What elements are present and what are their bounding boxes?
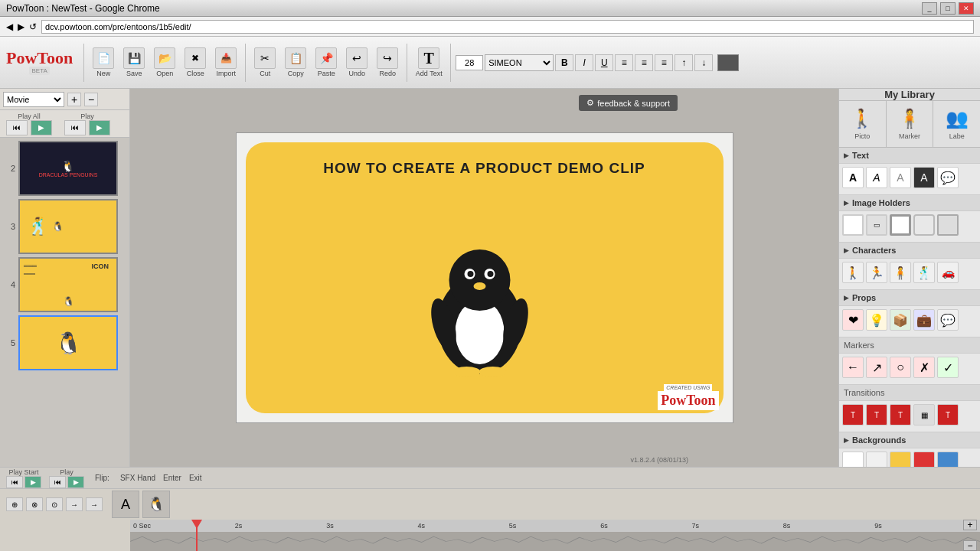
back-icon[interactable]: ◀ [6,21,13,32]
image-holder-alt[interactable] [937,214,959,236]
close-button[interactable]: ✕ [959,2,974,15]
align-center-button[interactable]: ≡ [635,54,653,71]
font-select[interactable]: SIMEON [485,54,554,71]
restore-button[interactable]: □ [940,2,956,15]
refresh-icon[interactable]: ↺ [29,21,37,32]
text-item-a-plain[interactable]: A [842,167,864,188]
timeline-zoom-plus[interactable]: + [963,520,977,530]
timeline-play-button[interactable]: ▶ [67,476,84,488]
transitions-section-header[interactable]: Transitions [839,384,980,401]
library-tab-labe[interactable]: 👥 Labe [933,101,980,147]
image-holder-rounded[interactable] [913,214,935,236]
transition-5[interactable]: T [937,404,959,425]
minimize-button[interactable]: _ [922,2,937,15]
anim-btn-2[interactable]: ⊗ [26,497,43,511]
scene-thumb-5[interactable]: 🐧 [18,315,118,370]
scene-item-2[interactable]: 2 🐧 DRACULAS PENGUINS [3,141,126,196]
text-down-button[interactable]: ↓ [694,54,713,71]
bg-red[interactable] [913,452,935,467]
text-up-button[interactable]: ↑ [675,54,693,71]
underline-button[interactable]: U [595,54,613,71]
add-scene-button[interactable]: + [67,93,81,106]
paste-button[interactable]: 📌 Paste [312,47,341,77]
bg-light[interactable] [866,452,887,467]
feedback-button[interactable]: ⚙ feedback & support [579,95,678,111]
text-item-a-outline[interactable]: A [890,167,911,188]
bold-button[interactable]: B [555,54,573,71]
align-right-button[interactable]: ≡ [655,54,673,71]
image-holder-square[interactable] [842,214,864,236]
scene-thumb-3[interactable]: 🕺 🐧 [18,199,118,254]
close-doc-button[interactable]: ✖ Close [181,47,210,77]
transition-2[interactable]: T [866,404,887,425]
character-5[interactable]: 🚗 [937,262,959,283]
prop-bubble[interactable]: 💬 [937,309,959,331]
transition-1[interactable]: T [842,404,864,425]
open-button[interactable]: 📂 Open [150,47,179,77]
text-item-bubble[interactable]: 💬 [937,167,959,188]
cut-button[interactable]: ✂ Cut [250,47,279,77]
anim-btn-5[interactable]: → [86,497,103,511]
marker-x[interactable]: ✗ [913,357,935,378]
prop-briefcase[interactable]: 💼 [913,309,935,331]
props-section-header[interactable]: ▶ Props [839,289,980,306]
scene-item-4[interactable]: 4 ═══ ═══ ICON 🐧 [3,257,126,312]
timeline-play-start-play[interactable]: ▶ [24,476,41,488]
font-size-input[interactable] [456,55,483,70]
movie-dropdown[interactable]: Movie [3,92,64,107]
address-input[interactable] [41,20,974,34]
text-section-header[interactable]: ▶ Text [839,148,980,164]
forward-icon[interactable]: ▶ [18,21,24,32]
prop-box[interactable]: 📦 [890,309,911,331]
prop-heart[interactable]: ❤ [842,309,864,331]
character-1[interactable]: 🚶 [842,262,864,283]
character-4[interactable]: 🕺 [913,262,935,283]
text-item-a-dark[interactable]: A [913,167,935,188]
char-icon-penguin[interactable]: 🐧 [142,491,170,518]
undo-button[interactable]: ↩ Undo [342,47,371,77]
backgrounds-section-header[interactable]: ▶ Backgrounds [839,432,980,448]
new-button[interactable]: 📄 New [89,47,118,77]
anim-btn-4[interactable]: → [66,497,83,511]
image-holders-section-header[interactable]: ▶ Image Holders [839,194,980,211]
timeline-play-start-back[interactable]: ⏮ [6,476,23,488]
main-canvas[interactable]: HOW TO CREATE A PRODUCT DEMO CLIP [236,132,733,423]
copy-button[interactable]: 📋 Copy [281,47,310,77]
library-tab-picto[interactable]: 🚶 Picto [839,101,887,147]
import-button[interactable]: 📥 Import [211,47,240,77]
scene-item-3[interactable]: 3 🕺 🐧 [3,199,126,254]
text-item-a-serif[interactable]: A [866,167,887,188]
markers-section-header[interactable]: Markers [839,337,980,354]
scene-thumb-2[interactable]: 🐧 DRACULAS PENGUINS [18,141,118,196]
align-left-button[interactable]: ≡ [615,54,633,71]
play-play-button[interactable]: ▶ [89,120,110,135]
anim-btn-1[interactable]: ⊕ [6,497,23,511]
library-tab-marker[interactable]: 🧍 Marker [887,101,934,147]
save-button[interactable]: 💾 Save [119,47,149,77]
transition-3[interactable]: T [890,404,911,425]
marker-circle[interactable]: ○ [890,357,911,378]
play-all-play-button[interactable]: ▶ [31,120,52,135]
bg-blue[interactable] [937,452,959,467]
scene-thumb-4[interactable]: ═══ ═══ ICON 🐧 [18,257,118,312]
color-picker[interactable] [717,54,739,71]
image-holder-frame[interactable] [890,214,911,236]
add-text-button[interactable]: T Add Text [412,47,446,77]
characters-section-header[interactable]: ▶ Characters [839,242,980,259]
image-holder-wide[interactable]: ▭ [866,214,887,236]
redo-button[interactable]: ↪ Redo [373,47,402,77]
remove-scene-button[interactable]: − [84,93,98,106]
bg-white[interactable] [842,452,864,467]
play-back-button[interactable]: ⏮ [64,120,86,135]
bg-yellow[interactable] [890,452,911,467]
anim-btn-3[interactable]: ⊙ [46,497,63,511]
marker-arrow-curved[interactable]: ↗ [866,357,887,378]
character-2[interactable]: 🏃 [866,262,887,283]
character-3[interactable]: 🧍 [890,262,911,283]
transition-4[interactable]: ▦ [913,404,935,425]
marker-check[interactable]: ✓ [937,357,959,378]
timeline-back-button[interactable]: ⏮ [49,476,66,488]
prop-lightbulb[interactable]: 💡 [866,309,887,331]
scene-item-5[interactable]: 5 🐧 [3,315,126,370]
char-icon-text[interactable]: A [112,491,139,518]
